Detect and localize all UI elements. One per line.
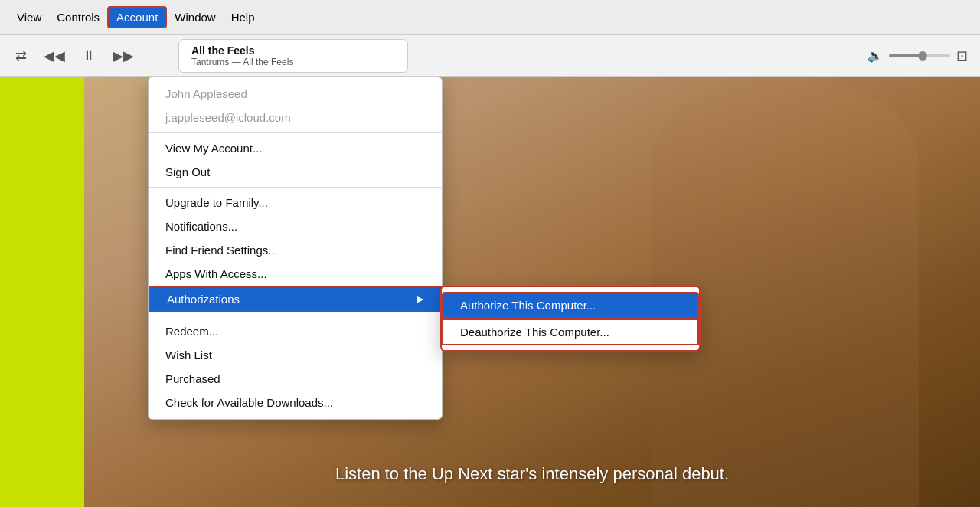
volume-area: 🔈 ⊡ [867, 47, 968, 64]
account-dropdown: John Appleseed j.appleseed@icloud.com Vi… [148, 77, 443, 420]
menubar: View Controls Account Window Help [0, 0, 980, 35]
toolbar: ⇄ ◀◀ ⏸ ▶▶ All the Feels Tantrums — All t… [0, 35, 980, 77]
menu-wish-list[interactable]: Wish List [149, 343, 442, 367]
menu-separator-2 [149, 187, 442, 188]
menu-controls[interactable]: Controls [49, 8, 107, 27]
menu-upgrade-family[interactable]: Upgrade to Family... [149, 191, 442, 214]
submenu-arrow: ▶ [417, 294, 423, 304]
menu-purchased[interactable]: Purchased [149, 367, 442, 391]
menu-account[interactable]: Account [107, 6, 167, 28]
prev-button[interactable]: ◀◀ [41, 44, 68, 67]
main-content: Listen to the Up Next star's intensely p… [0, 77, 980, 507]
now-playing-title: All the Feels [191, 44, 395, 57]
pause-button[interactable]: ⏸ [79, 44, 99, 67]
menu-find-friend[interactable]: Find Friend Settings... [149, 238, 442, 262]
next-button[interactable]: ▶▶ [109, 44, 137, 67]
hero-tagline: Listen to the Up Next star's intensely p… [84, 464, 980, 484]
authorizations-submenu: Authorize This Computer... Deauthorize T… [440, 286, 701, 352]
submenu-deauthorize[interactable]: Deauthorize This Computer... [442, 319, 699, 345]
menu-view[interactable]: View [9, 8, 49, 27]
now-playing-box: All the Feels Tantrums — All the Feels [178, 39, 408, 73]
menu-separator-3 [149, 316, 442, 316]
menu-notifications[interactable]: Notifications... [149, 214, 442, 238]
menu-useremail: j.appleseed@icloud.com [149, 106, 442, 129]
menu-window[interactable]: Window [167, 8, 223, 27]
menu-sign-out[interactable]: Sign Out [149, 160, 442, 184]
volume-slider[interactable] [889, 54, 950, 57]
menu-authorizations[interactable]: Authorizations ▶ Authorize This Computer… [149, 286, 442, 312]
menu-redeem[interactable]: Redeem... [149, 319, 442, 343]
now-playing-subtitle: Tantrums — All the Feels [191, 57, 395, 67]
airplay-icon[interactable]: ⊡ [956, 47, 968, 64]
volume-icon: 🔈 [867, 48, 883, 63]
menu-apps-access[interactable]: Apps With Access... [149, 262, 442, 286]
menu-check-downloads[interactable]: Check for Available Downloads... [149, 391, 442, 414]
menu-view-account[interactable]: View My Account... [149, 136, 442, 160]
shuffle-button[interactable]: ⇄ [12, 44, 30, 67]
sidebar-yellow [0, 77, 84, 507]
menu-separator-1 [149, 132, 442, 133]
menu-help[interactable]: Help [224, 8, 263, 27]
submenu-authorize[interactable]: Authorize This Computer... [442, 292, 699, 319]
volume-slider-thumb [918, 51, 927, 61]
menu-username: John Appleseed [149, 82, 442, 106]
